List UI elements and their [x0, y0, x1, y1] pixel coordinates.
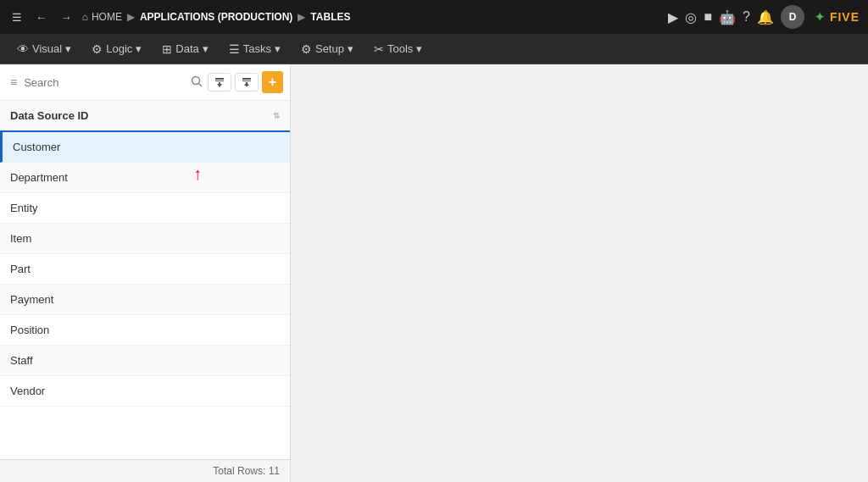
table-row[interactable]: Vendor [0, 376, 290, 407]
breadcrumb-arrow-2: ▶ [298, 11, 305, 23]
menu-item-visual[interactable]: 👁 Visual ▾ [8, 37, 80, 61]
chevron-down-icon: ▾ [275, 42, 281, 55]
breadcrumb-arrow-1: ▶ [127, 11, 135, 23]
table-row[interactable]: Item [0, 224, 290, 254]
top-navigation: ☰ ← → ⌂ HOME ▶ APPLICATIONS (PRODUCTION)… [0, 0, 868, 34]
filter-icon[interactable]: ≡ [7, 74, 20, 91]
tasks-icon: ☰ [229, 42, 240, 56]
nav-right: ▶ ◎ ■ 🤖 ? 🔔 D ✦ FIVE [668, 5, 860, 29]
menu-item-tools[interactable]: ✂ Tools ▾ [365, 37, 431, 61]
svg-point-0 [192, 76, 199, 84]
add-record-button[interactable]: + [262, 71, 283, 93]
svg-line-1 [198, 83, 202, 86]
table-column-header: Data Source ID ⇅ [0, 101, 290, 132]
bell-icon[interactable]: 🔔 [757, 9, 774, 25]
table-row[interactable]: Payment [0, 285, 290, 315]
breadcrumb-tables[interactable]: TABLES [310, 11, 350, 23]
chevron-down-icon: ▾ [136, 42, 142, 55]
forward-icon: → [60, 11, 71, 24]
menu-item-data[interactable]: ⊞ Data ▾ [153, 37, 216, 61]
search-icon [191, 75, 203, 87]
content-area: ↑ ≡ [0, 64, 868, 482]
play-icon[interactable]: ▶ [668, 9, 678, 25]
right-area [291, 64, 868, 482]
chevron-down-icon: ▾ [416, 42, 422, 55]
svg-rect-7 [242, 80, 251, 81]
table-row[interactable]: Position [0, 315, 290, 346]
setup-icon: ⚙ [301, 42, 312, 56]
total-rows-label: Total Rows: 11 [213, 465, 280, 477]
help-icon[interactable]: ? [743, 9, 750, 25]
table-row[interactable]: Customer [0, 132, 290, 163]
chevron-down-icon: ▾ [65, 42, 71, 55]
table-row[interactable]: Department [0, 163, 290, 193]
svg-rect-3 [215, 80, 224, 81]
chevron-down-icon: ▾ [203, 42, 209, 55]
table-row[interactable]: Entity [0, 193, 290, 224]
import-icon [214, 76, 225, 88]
search-nav-icon[interactable]: ◎ [685, 9, 697, 25]
export-button[interactable] [235, 73, 259, 91]
breadcrumb-applications[interactable]: APPLICATIONS (PRODUCTION) [140, 11, 292, 23]
svg-rect-2 [215, 78, 224, 80]
table-row[interactable]: Part [0, 254, 290, 285]
search-submit-button[interactable] [189, 74, 204, 91]
table-row[interactable]: Staff [0, 346, 290, 376]
svg-marker-5 [217, 84, 222, 87]
user-avatar[interactable]: D [781, 5, 804, 29]
chevron-down-icon: ▾ [348, 42, 353, 55]
visual-icon: 👁 [17, 42, 29, 56]
import-button[interactable] [208, 73, 231, 91]
svg-marker-9 [244, 82, 249, 86]
breadcrumb-home[interactable]: ⌂ HOME [82, 11, 122, 23]
export-icon [241, 76, 253, 88]
hamburger-menu-button[interactable]: ☰ [8, 8, 25, 27]
sort-icon[interactable]: ⇅ [273, 111, 280, 120]
back-icon: ← [36, 11, 47, 24]
menu-item-setup[interactable]: ⚙ Setup ▾ [292, 37, 362, 61]
menu-bar: 👁 Visual ▾ ⚙ Logic ▾ ⊞ Data ▾ ☰ Tasks ▾ … [0, 34, 868, 64]
table-body: CustomerDepartmentEntityItemPartPaymentP… [0, 132, 290, 459]
robot-icon[interactable]: 🤖 [719, 9, 736, 25]
data-icon: ⊞ [162, 42, 172, 56]
left-panel: ≡ [0, 64, 291, 482]
search-bar: ≡ [0, 64, 290, 101]
tools-icon: ✂ [374, 42, 384, 56]
logic-icon: ⚙ [92, 42, 103, 56]
hamburger-icon: ☰ [12, 11, 22, 24]
search-input[interactable] [24, 76, 185, 89]
menu-item-tasks[interactable]: ☰ Tasks ▾ [220, 37, 289, 61]
back-button[interactable]: ← [32, 8, 50, 27]
table-footer: Total Rows: 11 [0, 459, 290, 482]
home-icon: ⌂ [82, 11, 88, 23]
forward-button[interactable]: → [57, 8, 75, 27]
nav-left: ☰ ← → ⌂ HOME ▶ APPLICATIONS (PRODUCTION)… [8, 8, 659, 27]
stop-icon[interactable]: ■ [704, 9, 712, 25]
svg-rect-6 [242, 78, 251, 80]
five-logo: ✦ FIVE [815, 10, 860, 24]
breadcrumb: ⌂ HOME ▶ APPLICATIONS (PRODUCTION) ▶ TAB… [82, 11, 351, 23]
menu-item-logic[interactable]: ⚙ Logic ▾ [83, 37, 150, 61]
column-header-label: Data Source ID [10, 109, 273, 122]
